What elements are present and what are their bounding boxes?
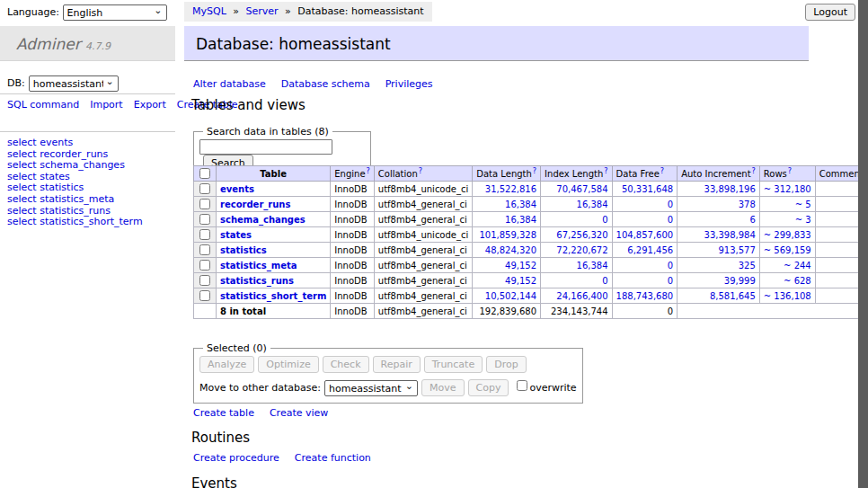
drop-button[interactable]: Drop <box>486 356 526 373</box>
cell-rows-link[interactable]: ~ 5 <box>795 200 811 209</box>
cell-index_length-link[interactable]: 70,467,584 <box>556 184 607 194</box>
copy-button[interactable]: Copy <box>468 379 509 396</box>
link-create-view[interactable]: Create view <box>270 407 328 419</box>
row-checkbox[interactable] <box>199 290 210 301</box>
row-checkbox[interactable] <box>199 183 210 194</box>
cell-collation: utf8mb4_general_ci <box>374 197 472 212</box>
cell-data_free-link[interactable]: 0 <box>668 215 673 225</box>
cell-data_free-link[interactable]: 104,857,600 <box>616 230 674 240</box>
move-button[interactable]: Move <box>421 379 465 396</box>
action-link-alter-database[interactable]: Alter database <box>193 78 266 90</box>
cell-rows-link[interactable]: ~ 136,108 <box>764 291 811 301</box>
cell-index_length-link[interactable]: 67,256,320 <box>556 230 607 240</box>
cell-auto_increment-link[interactable]: 325 <box>739 261 756 271</box>
cell-auto_increment-link[interactable]: 39,999 <box>724 276 756 286</box>
cell-auto_increment-link[interactable]: 6 <box>749 215 755 225</box>
action-link-database-schema[interactable]: Database schema <box>281 78 370 90</box>
search-input[interactable] <box>199 139 332 155</box>
cell-data_length-link[interactable]: 48,824,320 <box>485 245 536 255</box>
sidebar-link-import[interactable]: Import <box>90 99 123 111</box>
events-heading: Events <box>191 475 237 488</box>
sidebar-select-statistics-meta[interactable]: select statistics_meta <box>7 194 143 206</box>
scrollbar[interactable] <box>858 0 868 488</box>
cell-data_length-link[interactable]: 10,502,144 <box>485 291 536 301</box>
row-select-cell <box>194 258 217 273</box>
cell-auto_increment-link[interactable]: 913,577 <box>718 245 755 255</box>
cell-auto_increment-link[interactable]: 8,581,645 <box>710 291 756 301</box>
cell-index_length-link[interactable]: 16,384 <box>577 261 608 271</box>
cell-collation: utf8mb4_general_ci <box>374 288 472 304</box>
link-create-table[interactable]: Create table <box>193 407 254 419</box>
cell-rows-link[interactable]: ~ 628 <box>784 276 811 286</box>
cell-auto_increment-link[interactable]: 33,898,196 <box>704 184 756 194</box>
sidebar-select-schema-changes[interactable]: select schema_changes <box>7 160 143 172</box>
select-all-checkbox[interactable] <box>199 168 210 179</box>
column-help-link[interactable]: ? <box>788 167 792 175</box>
truncate-button[interactable]: Truncate <box>424 356 483 373</box>
cell-index_length-link[interactable]: 0 <box>602 215 607 225</box>
repair-button[interactable]: Repair <box>373 356 421 373</box>
row-checkbox[interactable] <box>199 199 210 209</box>
cell-data_free-link[interactable]: 0 <box>668 261 673 271</box>
db-select[interactable]: homeassistant <box>29 75 119 92</box>
sidebar-select-statistics-short-term[interactable]: select statistics_short_term <box>7 217 143 228</box>
move-db-select[interactable]: homeassistant <box>324 380 418 396</box>
cell-auto_increment-link[interactable]: 33,398,984 <box>704 230 756 240</box>
table-name-link[interactable]: statistics_meta <box>220 261 297 271</box>
table-name-link[interactable]: schema_changes <box>220 215 306 225</box>
cell-data_length-link[interactable]: 49,152 <box>505 261 536 271</box>
cell-data_free-link[interactable]: 6,291,456 <box>627 245 673 255</box>
column-help-link[interactable]: ? <box>660 167 664 175</box>
cell-data_length-link[interactable]: 16,384 <box>505 215 536 225</box>
column-help-link[interactable]: ? <box>604 167 607 175</box>
sidebar-select-events[interactable]: select events <box>7 138 143 149</box>
cell-index_length-link[interactable]: 72,220,672 <box>556 245 607 255</box>
column-help-link[interactable]: ? <box>752 167 756 175</box>
cell-data_length-link[interactable]: 31,522,816 <box>485 184 536 194</box>
cell-index_length-link[interactable]: 0 <box>602 276 607 286</box>
table-name-link[interactable]: events <box>220 184 254 194</box>
table-name-link[interactable]: statistics_runs <box>220 276 294 286</box>
table-name-link[interactable]: recorder_runs <box>220 200 290 209</box>
cell-rows-link[interactable]: ~ 312,180 <box>764 184 811 194</box>
cell-data_free-link[interactable]: 0 <box>668 276 673 286</box>
cell-rows-link[interactable]: ~ 299,833 <box>764 230 811 240</box>
link-create-procedure[interactable]: Create procedure <box>193 452 279 464</box>
row-checkbox[interactable] <box>199 229 210 240</box>
analyze-button[interactable]: Analyze <box>199 356 254 373</box>
check-button[interactable]: Check <box>323 356 369 373</box>
row-checkbox[interactable] <box>199 275 210 286</box>
column-help-link[interactable]: ? <box>367 167 370 175</box>
row-checkbox[interactable] <box>199 214 210 225</box>
language-select[interactable]: English <box>63 4 167 21</box>
cell-data_length-link[interactable]: 101,859,328 <box>479 230 536 240</box>
row-checkbox[interactable] <box>199 260 210 271</box>
cell-data_length-link[interactable]: 16,384 <box>505 200 536 209</box>
cell-data_free-link[interactable]: 50,331,648 <box>622 184 673 194</box>
link-create-function[interactable]: Create function <box>295 452 371 464</box>
cell-data_free-link[interactable]: 0 <box>668 200 673 209</box>
cell-data_length-link[interactable]: 49,152 <box>505 276 536 286</box>
column-help-link[interactable]: ? <box>419 167 422 175</box>
cell-auto_increment-link[interactable]: 378 <box>739 200 756 209</box>
cell-rows-link[interactable]: ~ 569,159 <box>764 245 811 255</box>
cell-rows-link[interactable]: ~ 3 <box>795 215 811 225</box>
optimize-button[interactable]: Optimize <box>258 356 318 373</box>
cell-rows: ~ 3 <box>759 212 815 227</box>
row-select-cell <box>194 288 217 304</box>
sidebar-link-export[interactable]: Export <box>134 99 166 111</box>
cell-index_length-link[interactable]: 16,384 <box>577 200 608 209</box>
row-checkbox[interactable] <box>199 244 210 255</box>
cell-index_length: 16,384 <box>541 197 612 212</box>
cell-rows-link[interactable]: ~ 244 <box>784 261 811 271</box>
table-name-link[interactable]: states <box>220 230 252 240</box>
table-name-link[interactable]: statistics <box>220 245 267 255</box>
sidebar-link-sql-command[interactable]: SQL command <box>7 99 79 111</box>
cell-index_length-link[interactable]: 24,166,400 <box>556 291 607 301</box>
cell-table-name: statistics_meta <box>217 258 331 273</box>
action-link-privileges[interactable]: Privileges <box>385 78 433 90</box>
column-help-link[interactable]: ? <box>533 167 536 175</box>
overwrite-checkbox[interactable] <box>517 380 527 391</box>
table-name-link[interactable]: statistics_short_term <box>220 291 326 301</box>
cell-data_free-link[interactable]: 188,743,680 <box>616 291 674 301</box>
